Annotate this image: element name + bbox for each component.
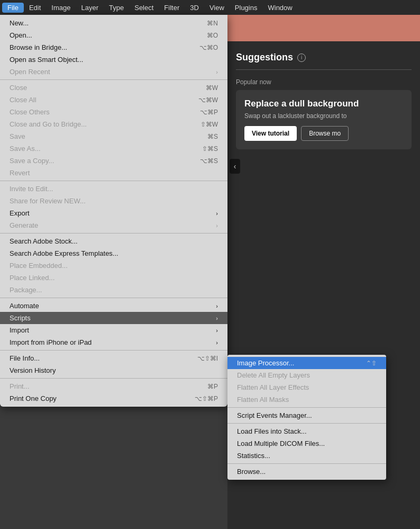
menu-close-others[interactable]: Close Others ⌥⌘P — [0, 106, 227, 118]
menu-import-iphone[interactable]: Import from iPhone or iPad › — [0, 336, 227, 348]
separator-5 — [0, 350, 227, 351]
menu-automate[interactable]: Automate › — [0, 300, 227, 312]
suggestions-title: Suggestions — [236, 52, 293, 63]
scripts-events-manager[interactable]: Script Events Manager... — [227, 409, 386, 422]
menu-save-as[interactable]: Save As... ⇧⌘S — [0, 142, 227, 155]
card-title: Replace a dull background — [244, 98, 403, 109]
scripts-load-dicom[interactable]: Load Multiple DICOM Files... — [227, 437, 386, 450]
menubar-file[interactable]: File — [2, 3, 24, 13]
scripts-separator-2 — [227, 423, 386, 424]
separator-1 — [0, 79, 227, 80]
menu-import[interactable]: Import › — [0, 324, 227, 336]
menu-print-one-copy[interactable]: Print One Copy ⌥⇧⌘P — [0, 392, 227, 405]
menubar-window[interactable]: Window — [262, 3, 297, 13]
scripts-delete-empty-layers[interactable]: Delete All Empty Layers — [227, 369, 386, 381]
scripts-separator-3 — [227, 463, 386, 464]
menu-search-stock[interactable]: Search Adobe Stock... — [0, 235, 227, 247]
separator-2 — [0, 181, 227, 181]
scripts-load-files-stack[interactable]: Load Files into Stack... — [227, 425, 386, 437]
menu-open-recent[interactable]: Open Recent › — [0, 66, 227, 78]
menubar-layer[interactable]: Layer — [76, 3, 104, 13]
menu-open-smart[interactable]: Open as Smart Object... — [0, 53, 227, 66]
menu-save-copy[interactable]: Save a Copy... ⌥⌘S — [0, 155, 227, 167]
scripts-statistics[interactable]: Statistics... — [227, 450, 386, 462]
scripts-submenu: Image Processor... ⌃⇧ Delete All Empty L… — [227, 355, 386, 480]
menu-place-linked[interactable]: Place Linked... — [0, 272, 227, 284]
scripts-separator-1 — [227, 407, 386, 408]
menu-package[interactable]: Package... — [0, 284, 227, 296]
menubar-edit[interactable]: Edit — [24, 3, 46, 13]
menu-close-bridge[interactable]: Close and Go to Bridge... ⇧⌘W — [0, 118, 227, 130]
menu-place-embedded[interactable]: Place Embedded... — [0, 259, 227, 272]
menu-version-history[interactable]: Version History — [0, 364, 227, 376]
suggestion-card: Replace a dull background Swap out a lac… — [236, 90, 412, 149]
chevron-left-icon[interactable]: ‹ — [230, 159, 240, 174]
scripts-image-processor[interactable]: Image Processor... ⌃⇧ — [227, 357, 386, 369]
menubar-plugins[interactable]: Plugins — [230, 3, 263, 13]
menu-file-info[interactable]: File Info... ⌥⇧⌘I — [0, 352, 227, 364]
separator-3 — [0, 233, 227, 234]
view-tutorial-button[interactable]: View tutorial — [244, 126, 297, 141]
file-menu: New... ⌘N Open... ⌘O Browse in Bridge...… — [0, 15, 227, 407]
menubar-view[interactable]: View — [204, 3, 230, 13]
popular-label: Popular now — [236, 78, 412, 86]
suggestions-divider — [236, 69, 412, 70]
menu-share-review[interactable]: Share for Review NEW... — [0, 195, 227, 207]
scripts-browse[interactable]: Browse... — [227, 465, 386, 478]
scripts-flatten-masks[interactable]: Flatten All Masks — [227, 393, 386, 406]
separator-4 — [0, 298, 227, 298]
menubar-filter[interactable]: Filter — [159, 3, 185, 13]
menu-print[interactable]: Print... ⌘P — [0, 380, 227, 392]
menu-close[interactable]: Close ⌘W — [0, 82, 227, 94]
menubar-image[interactable]: Image — [46, 3, 76, 13]
top-coral-area — [227, 15, 420, 41]
browse-more-button[interactable]: Browse mo — [301, 126, 349, 141]
menu-generate[interactable]: Generate › — [0, 219, 227, 231]
menu-export[interactable]: Export › — [0, 207, 227, 219]
info-icon[interactable]: i — [297, 53, 306, 62]
separator-6 — [0, 378, 227, 379]
menubar-3d[interactable]: 3D — [185, 3, 204, 13]
menu-revert[interactable]: Revert — [0, 167, 227, 179]
menu-open[interactable]: Open... ⌘O — [0, 29, 227, 41]
scripts-flatten-effects[interactable]: Flatten All Layer Effects — [227, 381, 386, 393]
menu-search-express[interactable]: Search Adobe Express Templates... — [0, 247, 227, 259]
menubar-type[interactable]: Type — [104, 3, 129, 13]
suggestions-header: Suggestions i — [236, 52, 412, 63]
menu-save[interactable]: Save ⌘S — [0, 130, 227, 142]
menu-close-all[interactable]: Close All ⌥⌘W — [0, 94, 227, 106]
menu-browse-bridge[interactable]: Browse in Bridge... ⌥⌘O — [0, 41, 227, 53]
card-desc: Swap out a lackluster background to — [244, 112, 403, 120]
menubar: File Edit Image Layer Type Select Filter… — [0, 0, 420, 15]
menu-invite[interactable]: Invite to Edit... — [0, 183, 227, 195]
menu-scripts[interactable]: Scripts › — [0, 312, 227, 324]
menubar-select[interactable]: Select — [129, 3, 159, 13]
menu-new[interactable]: New... ⌘N — [0, 17, 227, 29]
card-buttons: View tutorial Browse mo — [244, 126, 403, 141]
